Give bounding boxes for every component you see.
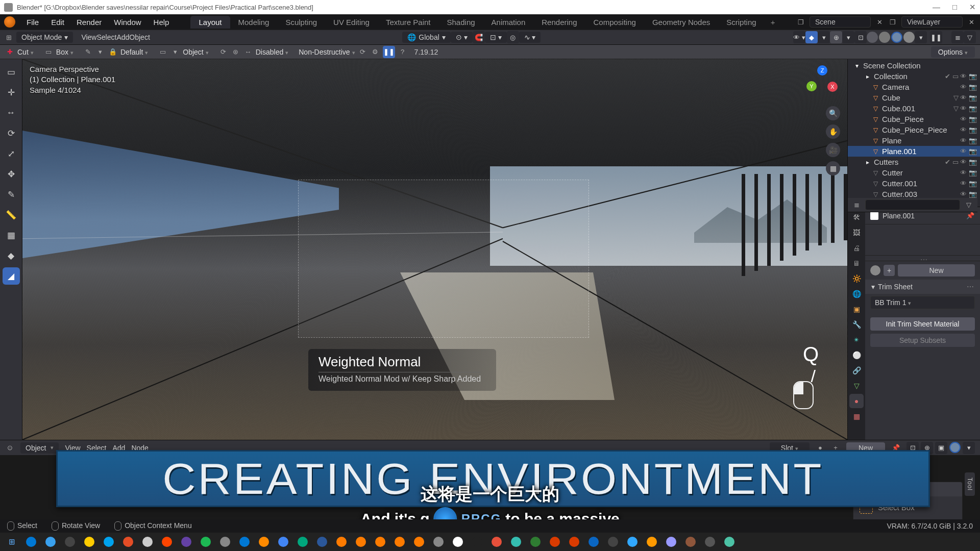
orientation-dropdown[interactable]: 🌐 Global ▾ [402, 32, 450, 43]
navigation-gizmo[interactable]: Z X Y [804, 65, 840, 101]
axis-y-icon[interactable]: Y [806, 81, 817, 91]
outliner-toggles[interactable]: ▽ 👁 📷 [953, 105, 977, 112]
taskbar-app-6[interactable] [139, 534, 156, 549]
overlay-options[interactable]: ▾ [842, 31, 854, 43]
camera-icon[interactable]: 🎥 [826, 143, 840, 157]
scene-field[interactable]: Scene [810, 16, 871, 28]
taskbar-app-19[interactable] [391, 534, 408, 549]
menu-window[interactable]: Window [108, 18, 147, 27]
taskbar-app-4[interactable] [100, 534, 117, 549]
taskbar-app-20[interactable] [410, 534, 428, 549]
taskbar-app-27[interactable] [546, 534, 564, 549]
taskbar-app-21[interactable] [430, 534, 447, 549]
zoom-icon[interactable]: 🔍 [826, 106, 840, 120]
setup-subsets-button[interactable]: Setup Subsets [870, 334, 975, 347]
taskbar-app-11[interactable] [236, 534, 253, 549]
outliner-scene-collection[interactable]: ▾ Scene Collection [848, 60, 980, 71]
ptab-material[interactable]: ● [849, 394, 864, 408]
axis-x-icon[interactable]: X [827, 82, 838, 92]
bc-draw-icon[interactable]: ✎ [84, 47, 93, 57]
taskbar-app-25[interactable] [507, 534, 525, 549]
snap-toggle[interactable]: 🧲 [473, 31, 485, 43]
viewlayer-browse-icon[interactable]: ❐ [888, 17, 897, 27]
outliner-toggles[interactable]: 👁 📷 [960, 115, 977, 123]
taskbar-app-30[interactable] [604, 534, 622, 549]
menu-render[interactable]: Render [70, 18, 108, 27]
viewlayer-field[interactable]: ViewLayer [901, 16, 963, 28]
shader-backdrop-icon[interactable]: ▣ [935, 442, 947, 454]
shader-options-icon[interactable]: ▾ [963, 442, 975, 454]
outliner-toggles[interactable]: ✔ ▭ 👁 📷 [945, 72, 977, 80]
taskbar-app-34[interactable] [682, 534, 699, 549]
bc-release-icon3[interactable]: ↔ [243, 47, 253, 57]
taskbar-app-36[interactable] [721, 534, 738, 549]
tool-scale[interactable]: ⤢ [3, 145, 20, 162]
outliner-item-collection[interactable]: ▸Collection✔ ▭ 👁 📷 [848, 71, 980, 82]
outliner-item-camera[interactable]: ▽Camera👁 📷 [848, 82, 980, 92]
outliner-item-plane[interactable]: ▽Plane👁 📷 [848, 135, 980, 146]
bc-behavior[interactable]: Default [120, 48, 148, 56]
ptab-world[interactable]: 🌐 [849, 287, 864, 301]
window-maximize[interactable]: □ [952, 3, 957, 12]
ptab-physics[interactable]: ⚪ [849, 348, 864, 362]
tab-uv-editing[interactable]: UV Editing [325, 16, 378, 29]
taskbar-app-35[interactable] [701, 534, 719, 549]
bc-release-icon1[interactable]: ⟳ [219, 47, 228, 57]
outliner-mode-icon[interactable]: ≣ [852, 201, 861, 208]
ptab-object[interactable]: ▣ [849, 302, 864, 316]
ptab-tool[interactable]: 🛠 [849, 210, 864, 224]
taskbar-app-29[interactable] [585, 534, 602, 549]
bc-axis2-icon[interactable]: ▾ [170, 47, 180, 57]
taskbar-app-8[interactable] [178, 534, 195, 549]
select-menu[interactable]: Select [96, 33, 116, 41]
perspective-icon[interactable]: ▦ [826, 161, 840, 176]
tab-texture-paint[interactable]: Texture Paint [378, 16, 439, 29]
tool-rotate[interactable]: ⟳ [3, 124, 20, 142]
start-button[interactable]: ⊞ [3, 534, 20, 549]
npanel-tab-tool[interactable]: Tool [965, 472, 975, 496]
taskbar-app-17[interactable] [352, 534, 370, 549]
material-add-icon[interactable]: + [884, 265, 895, 276]
outliner-item-cutter-001[interactable]: ▽Cutter.001👁 📷 [848, 178, 980, 189]
tool-transform[interactable]: ✥ [3, 165, 20, 183]
outliner-toggles[interactable]: 👁 📷 [960, 137, 977, 144]
add-workspace-button[interactable]: + [765, 16, 781, 29]
shading-options[interactable]: ▾ [915, 31, 927, 43]
shading-solid[interactable] [879, 32, 890, 43]
init-trim-button[interactable]: Init Trim Sheet Material [870, 317, 975, 331]
outliner-filter-icon2[interactable]: ▽ [964, 201, 973, 208]
add-menu[interactable]: Add [116, 33, 129, 41]
ptab-output[interactable]: 🖨 [849, 241, 864, 255]
tool-annotate[interactable]: ✎ [3, 186, 20, 203]
tool-measure[interactable]: 📏 [3, 206, 20, 223]
tab-geometry-nodes[interactable]: Geometry Nodes [644, 16, 718, 29]
ptab-modifiers[interactable]: 🔧 [849, 317, 864, 332]
render-pause[interactable]: ❚❚ [930, 31, 942, 43]
taskbar-app-16[interactable] [333, 534, 350, 549]
bc-gear-icon[interactable]: ⚙ [371, 47, 380, 57]
tool-hops[interactable]: ◆ [3, 247, 20, 264]
taskbar-app-9[interactable] [197, 534, 214, 549]
tool-addcube[interactable]: ▦ [3, 227, 20, 244]
tab-shading[interactable]: Shading [439, 16, 483, 29]
scene-new-icon[interactable]: ✕ [875, 17, 884, 27]
bc-lock-icon[interactable]: 🔒 [108, 47, 117, 57]
shader-shade-icon[interactable] [949, 442, 961, 453]
outliner-toggles[interactable]: ✔ ▭ 👁 📷 [945, 158, 977, 166]
ptab-particles[interactable]: ✴ [849, 333, 864, 347]
tab-animation[interactable]: Animation [483, 16, 534, 29]
outliner-item-cube_piece_piece[interactable]: ▽Cube_Piece_Piece👁 📷 [848, 124, 980, 135]
bc-help-icon[interactable]: ? [398, 47, 407, 57]
tab-sculpting[interactable]: Sculpting [277, 16, 325, 29]
blender-logo-icon[interactable] [4, 16, 15, 28]
outliner-toggles[interactable]: 👁 📷 [960, 147, 977, 155]
axis-z-icon[interactable]: Z [817, 65, 827, 76]
bc-pause-icon[interactable]: ❚❚ [383, 46, 395, 58]
outliner-item-cube-001[interactable]: ▽Cube.001▽ 👁 📷 [848, 103, 980, 114]
visibility-filter-icon[interactable]: 👁 ▾ [793, 31, 805, 43]
window-minimize[interactable]: — [933, 3, 940, 12]
outliner-display-mode[interactable]: ≣ [951, 31, 964, 43]
bc-axis-icon[interactable]: ▭ [158, 47, 167, 57]
shading-wireframe[interactable] [867, 32, 878, 43]
taskbar-app-31[interactable] [624, 534, 641, 549]
